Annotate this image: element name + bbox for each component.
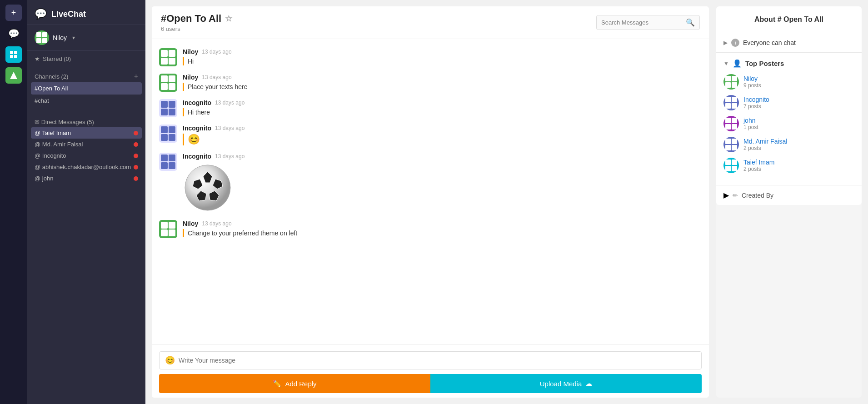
users-count: 6 users [161, 25, 232, 32]
favorite-star-icon[interactable]: ☆ [225, 14, 232, 24]
svg-rect-2 [10, 55, 13, 58]
person-icon: 👤 [733, 59, 742, 68]
livechat-icon[interactable]: 💬 [5, 25, 22, 42]
upload-icon: ☁ [585, 379, 592, 388]
poster-item-john[interactable]: john 1 post [723, 116, 854, 131]
add-reply-button[interactable]: ✏️ Add Reply [159, 374, 430, 393]
unread-dot [134, 165, 138, 170]
avatar [159, 74, 177, 92]
svg-rect-3 [14, 55, 17, 58]
avatar [159, 220, 177, 238]
channels-label: Channels (2) [35, 73, 68, 80]
message-input[interactable] [179, 357, 696, 364]
unread-dot [134, 142, 138, 147]
dm-label: ✉ Direct Messages (5) [35, 119, 94, 125]
search-input[interactable] [601, 19, 683, 26]
avatar [159, 125, 177, 143]
starred-label: Starred (0) [43, 55, 71, 62]
avatar [159, 153, 177, 171]
unread-dot [134, 131, 138, 135]
top-posters-section: ▼ 👤 Top Posters Niloy 9 posts Incognito … [716, 53, 862, 185]
message-content: Incognito 13 days ago [183, 153, 702, 213]
emoji-picker-button[interactable]: 😊 [165, 355, 175, 365]
message-content: Niloy 13 days ago Change to your preferr… [183, 220, 702, 238]
user-profile[interactable]: Niloy ▾ [27, 25, 145, 51]
avatar [159, 48, 177, 66]
message-content: Incognito 13 days ago 😊 [183, 125, 702, 145]
poster-item-amir[interactable]: Md. Amir Faisal 2 posts [723, 137, 854, 152]
add-channel-button[interactable]: + [134, 72, 138, 80]
user-dropdown-caret[interactable]: ▾ [72, 35, 75, 41]
sidebar-item-chat[interactable]: #chat [27, 95, 145, 107]
message-group: Niloy 13 days ago Change to your preferr… [159, 220, 702, 238]
dm-item-incognito[interactable]: @ Incognito [27, 150, 145, 161]
message-group: Incognito 13 days ago 😊 [159, 125, 702, 145]
unread-dot [134, 154, 138, 158]
section-caret-icon: ▶ [723, 40, 728, 46]
unread-dot [134, 176, 138, 181]
chat-header: #Open To All ☆ 6 users 🔍 [152, 6, 709, 39]
message-group: Incognito 13 days ago Hi there [159, 99, 702, 117]
dm-item-abhishek[interactable]: @ abhishek.chakladar@outlook.com [27, 161, 145, 173]
poster-avatar [723, 158, 739, 173]
soccer-ball-image [183, 163, 233, 213]
poster-avatar [723, 116, 739, 131]
right-panel: About # Open To All ▶ i Everyone can cha… [716, 6, 862, 398]
everyone-can-chat-section[interactable]: ▶ i Everyone can chat [716, 33, 862, 53]
add-workspace-button[interactable]: + [5, 5, 22, 21]
avatar [159, 99, 177, 117]
upload-media-button[interactable]: Upload Media ☁ [430, 374, 702, 393]
app-icon-teal[interactable] [5, 46, 22, 63]
top-posters-label: Top Posters [745, 60, 784, 67]
created-by-label: Created By [742, 192, 773, 199]
starred-section[interactable]: ★ Starred (0) [27, 51, 145, 67]
poster-item-niloy[interactable]: Niloy 9 posts [723, 74, 854, 90]
app-icon-green[interactable] [5, 67, 22, 84]
svg-rect-0 [10, 51, 13, 54]
poster-avatar [723, 137, 739, 152]
action-row: ✏️ Add Reply Upload Media ☁ [159, 374, 702, 393]
app-name: LiveChat [51, 10, 86, 19]
sidebar-item-open-to-all[interactable]: #Open To All [31, 82, 142, 95]
poster-item-incognito[interactable]: Incognito 7 posts [723, 95, 854, 110]
top-posters-caret-icon: ▼ [723, 60, 729, 67]
svg-rect-1 [14, 51, 17, 54]
created-by-caret-icon: ▶ [723, 191, 729, 200]
pencil-icon: ✏ [733, 192, 738, 199]
message-group: Incognito 13 days ago [159, 153, 702, 213]
main-chat-area: #Open To All ☆ 6 users 🔍 Niloy 13 days a… [152, 6, 709, 398]
channels-section-header: Channels (2) + [27, 67, 145, 82]
about-header: About # Open To All [716, 6, 862, 33]
username-label: Niloy [53, 34, 67, 41]
dm-item-taief[interactable]: @ Taief Imam [31, 127, 142, 139]
sidebar: 💬 LiveChat Niloy ▾ ★ Starred (0) Channel… [27, 0, 145, 404]
message-content: Niloy 13 days ago Place your texts here [183, 74, 702, 92]
dm-section-header: ✉ Direct Messages (5) [27, 113, 145, 127]
top-posters-header: ▼ 👤 Top Posters [723, 59, 854, 68]
poster-avatar [723, 95, 739, 110]
logo-icon: 💬 [35, 8, 47, 20]
chat-title-wrap: #Open To All ☆ 6 users [161, 13, 232, 32]
poster-avatar [723, 74, 739, 90]
info-icon: i [731, 39, 739, 47]
avatar [35, 30, 49, 45]
message-input-row: 😊 [159, 351, 702, 369]
search-icon: 🔍 [686, 18, 695, 27]
poster-item-taief[interactable]: Taief Imam 2 posts [723, 158, 854, 173]
message-input-area: 😊 ✏️ Add Reply Upload Media ☁ [152, 344, 709, 398]
message-content: Incognito 13 days ago Hi there [183, 99, 702, 117]
created-by-section[interactable]: ▶ ✏ Created By [716, 185, 862, 205]
icon-bar: + 💬 [0, 0, 27, 404]
messages-area[interactable]: Niloy 13 days ago Hi Niloy 13 days ago P… [152, 39, 709, 344]
dm-item-amir[interactable]: @ Md. Amir Faisal [27, 139, 145, 150]
sidebar-header: 💬 LiveChat [27, 0, 145, 25]
message-group: Niloy 13 days ago Place your texts here [159, 74, 702, 92]
reply-icon: ✏️ [273, 379, 281, 388]
svg-marker-4 [10, 72, 17, 79]
message-group: Niloy 13 days ago Hi [159, 48, 702, 66]
search-box[interactable]: 🔍 [596, 15, 700, 30]
everyone-can-chat-label: Everyone can chat [743, 39, 796, 46]
chat-title: #Open To All ☆ [161, 13, 232, 25]
message-content: Niloy 13 days ago Hi [183, 48, 702, 66]
dm-item-john[interactable]: @ john [27, 173, 145, 184]
